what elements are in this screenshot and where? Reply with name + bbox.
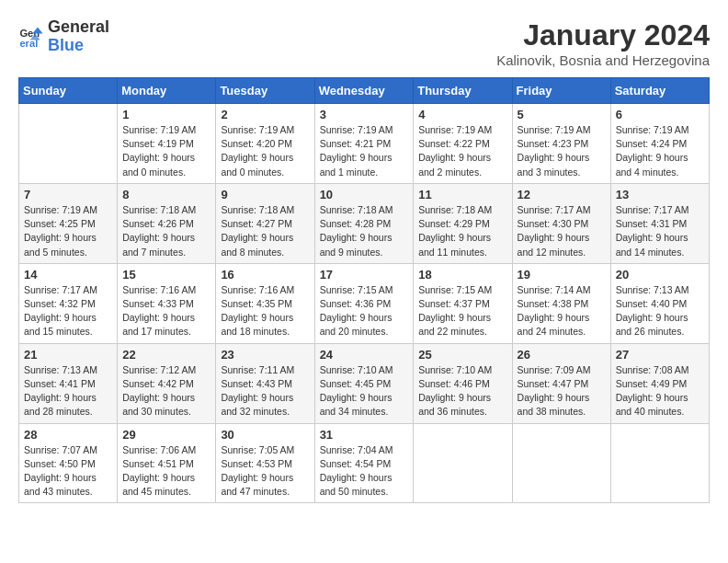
day-number: 28 (24, 428, 112, 442)
month-title: January 2024 (496, 18, 710, 52)
calendar-cell: 25Sunrise: 7:10 AMSunset: 4:46 PMDayligh… (414, 343, 512, 423)
day-number: 14 (24, 268, 112, 282)
calendar-cell: 3Sunrise: 7:19 AMSunset: 4:21 PMDaylight… (314, 104, 414, 184)
calendar-cell (512, 423, 610, 503)
day-number: 29 (122, 428, 210, 442)
calendar-cell: 2Sunrise: 7:19 AMSunset: 4:20 PMDaylight… (216, 104, 314, 184)
day-number: 21 (24, 348, 112, 362)
day-info: Sunrise: 7:16 AMSunset: 4:35 PMDaylight:… (221, 283, 309, 339)
day-number: 27 (616, 348, 704, 362)
day-number: 5 (518, 108, 606, 121)
calendar-cell: 21Sunrise: 7:13 AMSunset: 4:41 PMDayligh… (19, 343, 118, 423)
calendar-cell: 23Sunrise: 7:11 AMSunset: 4:43 PMDayligh… (216, 343, 314, 423)
day-info: Sunrise: 7:19 AMSunset: 4:20 PMDaylight:… (221, 123, 309, 179)
calendar-cell: 22Sunrise: 7:12 AMSunset: 4:42 PMDayligh… (118, 343, 216, 423)
day-info: Sunrise: 7:10 AMSunset: 4:45 PMDaylight:… (320, 363, 409, 419)
calendar-cell: 12Sunrise: 7:17 AMSunset: 4:30 PMDayligh… (512, 183, 610, 263)
day-number: 13 (616, 188, 704, 201)
day-number: 19 (518, 268, 606, 282)
calendar-cell: 26Sunrise: 7:09 AMSunset: 4:47 PMDayligh… (512, 343, 610, 423)
day-number: 30 (221, 428, 309, 442)
calendar-cell: 13Sunrise: 7:17 AMSunset: 4:31 PMDayligh… (610, 183, 709, 263)
day-info: Sunrise: 7:17 AMSunset: 4:31 PMDaylight:… (616, 203, 704, 259)
calendar-cell: 24Sunrise: 7:10 AMSunset: 4:45 PMDayligh… (314, 343, 414, 423)
day-number: 9 (221, 188, 309, 201)
day-number: 26 (518, 348, 606, 362)
day-number: 6 (616, 108, 704, 121)
logo-icon: Gen eral (18, 24, 44, 50)
location: Kalinovik, Bosnia and Herzegovina (496, 52, 710, 68)
day-info: Sunrise: 7:13 AMSunset: 4:40 PMDaylight:… (616, 283, 704, 339)
weekday-header-friday: Friday (512, 78, 610, 104)
day-info: Sunrise: 7:19 AMSunset: 4:23 PMDaylight:… (518, 123, 606, 179)
day-number: 17 (320, 268, 409, 282)
calendar-cell: 8Sunrise: 7:18 AMSunset: 4:26 PMDaylight… (118, 183, 216, 263)
calendar-cell: 29Sunrise: 7:06 AMSunset: 4:51 PMDayligh… (118, 423, 216, 503)
day-info: Sunrise: 7:13 AMSunset: 4:41 PMDaylight:… (24, 363, 112, 419)
calendar-cell: 20Sunrise: 7:13 AMSunset: 4:40 PMDayligh… (610, 263, 709, 343)
weekday-header-tuesday: Tuesday (216, 78, 314, 104)
day-info: Sunrise: 7:14 AMSunset: 4:38 PMDaylight:… (518, 283, 606, 339)
day-info: Sunrise: 7:18 AMSunset: 4:27 PMDaylight:… (221, 203, 309, 259)
calendar-cell: 6Sunrise: 7:19 AMSunset: 4:24 PMDaylight… (610, 104, 709, 184)
calendar-cell: 10Sunrise: 7:18 AMSunset: 4:28 PMDayligh… (314, 183, 414, 263)
day-info: Sunrise: 7:15 AMSunset: 4:36 PMDaylight:… (320, 283, 409, 339)
weekday-header-sunday: Sunday (19, 78, 118, 104)
calendar-cell: 5Sunrise: 7:19 AMSunset: 4:23 PMDaylight… (512, 104, 610, 184)
day-info: Sunrise: 7:19 AMSunset: 4:24 PMDaylight:… (616, 123, 704, 179)
day-info: Sunrise: 7:12 AMSunset: 4:42 PMDaylight:… (122, 363, 210, 419)
calendar-cell: 28Sunrise: 7:07 AMSunset: 4:50 PMDayligh… (19, 423, 118, 503)
day-info: Sunrise: 7:17 AMSunset: 4:30 PMDaylight:… (518, 203, 606, 259)
calendar-cell (610, 423, 709, 503)
calendar-cell: 11Sunrise: 7:18 AMSunset: 4:29 PMDayligh… (414, 183, 512, 263)
title-block: January 2024 Kalinovik, Bosnia and Herze… (496, 18, 710, 68)
day-number: 20 (616, 268, 704, 282)
day-number: 4 (418, 108, 506, 121)
day-number: 24 (320, 348, 409, 362)
calendar-cell: 16Sunrise: 7:16 AMSunset: 4:35 PMDayligh… (216, 263, 314, 343)
day-number: 10 (320, 188, 409, 201)
day-info: Sunrise: 7:18 AMSunset: 4:26 PMDaylight:… (122, 203, 210, 259)
day-number: 16 (221, 268, 309, 282)
day-number: 12 (518, 188, 606, 201)
calendar-cell: 15Sunrise: 7:16 AMSunset: 4:33 PMDayligh… (118, 263, 216, 343)
page-header: Gen eral General Blue January 2024 Kalin… (18, 18, 710, 68)
day-info: Sunrise: 7:19 AMSunset: 4:25 PMDaylight:… (24, 203, 112, 259)
calendar-cell: 4Sunrise: 7:19 AMSunset: 4:22 PMDaylight… (414, 104, 512, 184)
weekday-header-thursday: Thursday (414, 78, 512, 104)
day-number: 1 (122, 108, 210, 121)
day-info: Sunrise: 7:16 AMSunset: 4:33 PMDaylight:… (122, 283, 210, 339)
calendar-cell: 9Sunrise: 7:18 AMSunset: 4:27 PMDaylight… (216, 183, 314, 263)
day-info: Sunrise: 7:11 AMSunset: 4:43 PMDaylight:… (221, 363, 309, 419)
calendar-cell: 1Sunrise: 7:19 AMSunset: 4:19 PMDaylight… (118, 104, 216, 184)
day-info: Sunrise: 7:10 AMSunset: 4:46 PMDaylight:… (418, 363, 506, 419)
day-number: 2 (221, 108, 309, 121)
day-number: 7 (24, 188, 112, 201)
day-info: Sunrise: 7:04 AMSunset: 4:54 PMDaylight:… (320, 443, 409, 500)
day-info: Sunrise: 7:18 AMSunset: 4:28 PMDaylight:… (320, 203, 409, 259)
day-number: 11 (418, 188, 506, 201)
day-number: 25 (418, 348, 506, 362)
day-info: Sunrise: 7:19 AMSunset: 4:22 PMDaylight:… (418, 123, 506, 179)
calendar-cell: 19Sunrise: 7:14 AMSunset: 4:38 PMDayligh… (512, 263, 610, 343)
weekday-header-wednesday: Wednesday (314, 78, 414, 104)
day-number: 15 (122, 268, 210, 282)
weekday-header-saturday: Saturday (610, 78, 709, 104)
logo: Gen eral General Blue (18, 18, 109, 55)
day-number: 3 (320, 108, 409, 121)
calendar-cell (19, 104, 118, 184)
calendar-table: SundayMondayTuesdayWednesdayThursdayFrid… (18, 77, 710, 503)
logo-blue: Blue (48, 37, 109, 55)
day-number: 31 (320, 428, 409, 442)
day-info: Sunrise: 7:06 AMSunset: 4:51 PMDaylight:… (122, 443, 210, 500)
day-number: 8 (122, 188, 210, 201)
calendar-cell: 7Sunrise: 7:19 AMSunset: 4:25 PMDaylight… (19, 183, 118, 263)
day-info: Sunrise: 7:19 AMSunset: 4:19 PMDaylight:… (122, 123, 210, 179)
day-info: Sunrise: 7:08 AMSunset: 4:49 PMDaylight:… (616, 363, 704, 419)
day-info: Sunrise: 7:18 AMSunset: 4:29 PMDaylight:… (418, 203, 506, 259)
calendar-cell: 17Sunrise: 7:15 AMSunset: 4:36 PMDayligh… (314, 263, 414, 343)
day-info: Sunrise: 7:05 AMSunset: 4:53 PMDaylight:… (221, 443, 309, 500)
calendar-cell: 31Sunrise: 7:04 AMSunset: 4:54 PMDayligh… (314, 423, 414, 503)
day-info: Sunrise: 7:17 AMSunset: 4:32 PMDaylight:… (24, 283, 112, 339)
calendar-cell: 30Sunrise: 7:05 AMSunset: 4:53 PMDayligh… (216, 423, 314, 503)
